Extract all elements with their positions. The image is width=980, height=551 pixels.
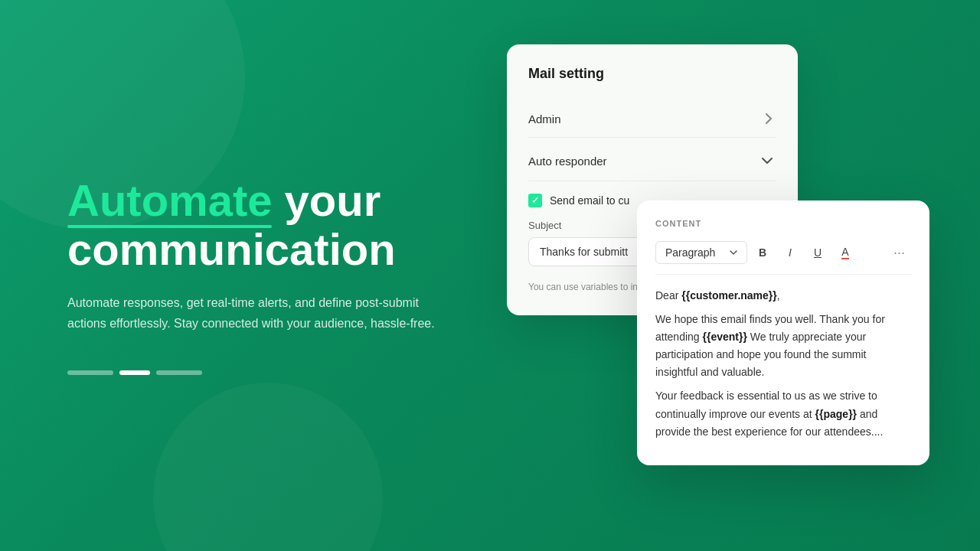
hero-description: Automate responses, get real-time alerts…	[67, 292, 435, 334]
variable-customer-name: {{customer.name}}	[681, 289, 777, 302]
admin-label: Admin	[528, 112, 561, 126]
paragraph-select[interactable]: Paragraph	[655, 241, 747, 264]
variable-page: {{page}}	[815, 408, 857, 420]
auto-responder-row[interactable]: Auto responder	[528, 141, 776, 181]
font-color-button[interactable]: A	[833, 240, 858, 265]
send-email-checkbox[interactable]	[528, 194, 542, 207]
mail-setting-title: Mail setting	[528, 66, 776, 82]
content-line-2: We hope this email finds you well. Thank…	[655, 311, 911, 381]
variable-event: {{event}}	[703, 331, 747, 343]
content-line-1: Dear {{customer.name}},	[655, 287, 911, 305]
hero-title: Automate yourcommunication	[67, 176, 481, 274]
chevron-right-icon	[761, 111, 776, 126]
paragraph-select-label: Paragraph	[665, 246, 715, 259]
content-section-label: CONTENT	[655, 219, 911, 228]
hero-section: Automate yourcommunication Automate resp…	[67, 176, 481, 375]
hero-highlight: Automate	[67, 176, 272, 225]
italic-button[interactable]: I	[778, 240, 802, 265]
content-editor-card: CONTENT Paragraph B I U A ··· Dear {{cus…	[637, 201, 929, 465]
content-body: Dear {{customer.name}}, We hope this ema…	[655, 287, 911, 441]
content-line-3: Your feedback is essential to us as we s…	[655, 387, 911, 440]
toolbar-more-button[interactable]: ···	[887, 242, 911, 264]
dot-2[interactable]	[119, 370, 150, 375]
bg-decoration-2	[153, 383, 383, 551]
paragraph-select-chevron	[730, 250, 737, 255]
admin-row[interactable]: Admin	[528, 100, 776, 138]
send-email-label: Send email to cu	[550, 194, 629, 207]
dot-3[interactable]	[156, 370, 202, 375]
bold-button[interactable]: B	[750, 240, 775, 265]
dot-1[interactable]	[67, 370, 113, 375]
carousel-dots	[67, 370, 481, 375]
editor-toolbar: Paragraph B I U A ···	[655, 240, 911, 275]
auto-responder-label: Auto responder	[528, 155, 607, 168]
underline-button[interactable]: U	[805, 240, 830, 265]
chevron-down-icon	[758, 152, 776, 170]
